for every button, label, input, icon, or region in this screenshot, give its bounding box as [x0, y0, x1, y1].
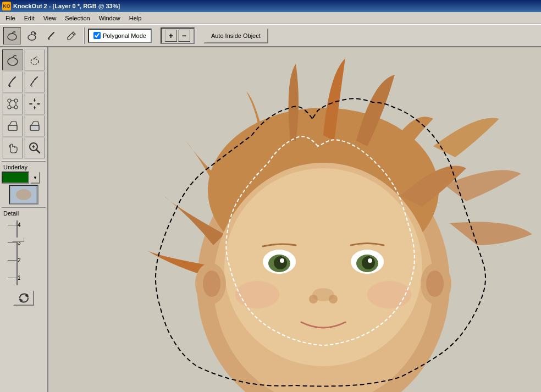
- detail-handle[interactable]: [12, 238, 24, 242]
- svg-point-4: [31, 59, 38, 64]
- toolbar-magnetic-lasso-button[interactable]: [23, 27, 41, 45]
- svg-rect-10: [30, 125, 39, 130]
- svg-point-33: [309, 295, 318, 303]
- canvas-image: [48, 47, 541, 392]
- toolbar-lasso-button[interactable]: [3, 27, 21, 45]
- polygonal-mode-text: Polygonal Mode: [103, 32, 146, 39]
- tool-row-3: [2, 93, 45, 114]
- toolbox-divider-1: [2, 161, 46, 162]
- eraser-button[interactable]: [2, 115, 23, 136]
- hand-button[interactable]: [2, 137, 23, 158]
- svg-point-5: [8, 99, 11, 102]
- svg-point-35: [235, 281, 279, 308]
- svg-point-40: [426, 270, 444, 297]
- inner-brush-button[interactable]: [24, 71, 45, 92]
- menu-item-window[interactable]: Window: [95, 12, 125, 24]
- toolbox: Underlay ▼ Detail 4: [0, 47, 48, 392]
- svg-point-27: [280, 258, 284, 263]
- svg-point-30: [362, 256, 375, 269]
- svg-point-7: [8, 106, 11, 109]
- svg-point-26: [274, 256, 287, 269]
- toolbar-pencil-button[interactable]: [63, 27, 80, 45]
- title-bar: KO KnockOut 2 - [Layer 0 *, RGB @ 33%]: [0, 0, 541, 12]
- toolbox-divider-2: [2, 207, 46, 208]
- outer-brush-button[interactable]: [2, 71, 23, 92]
- color-swatch-row: ▼: [2, 172, 46, 184]
- svg-point-0: [8, 34, 16, 40]
- add-button[interactable]: +: [165, 30, 177, 42]
- window-title: KnockOut 2 - [Layer 0 *, RGB @ 33%]: [13, 3, 120, 9]
- eraser2-button[interactable]: [24, 115, 45, 136]
- outer-lasso-button[interactable]: [2, 49, 23, 70]
- underlay-color-swatch[interactable]: [2, 172, 29, 184]
- svg-point-8: [14, 106, 18, 109]
- tick-1: 1: [8, 275, 21, 281]
- main-area: Underlay ▼ Detail 4: [0, 47, 541, 392]
- menu-item-file[interactable]: File: [1, 12, 20, 24]
- auto-inside-button[interactable]: Auto Inside Object: [203, 28, 268, 43]
- preview-swatch: [9, 185, 38, 205]
- detail-label: Detail: [3, 210, 19, 217]
- canvas-content: [48, 47, 541, 392]
- underlay-dropdown-arrow[interactable]: ▼: [30, 172, 40, 184]
- tool-row-4: [2, 115, 45, 136]
- transform-button[interactable]: [2, 93, 23, 114]
- svg-point-6: [14, 99, 18, 102]
- remove-button[interactable]: −: [178, 30, 190, 42]
- menu-item-selection[interactable]: Selection: [60, 12, 94, 24]
- polygonal-mode-checkbox[interactable]: [93, 32, 101, 39]
- svg-point-13: [16, 189, 31, 200]
- tool-row-5: [2, 137, 45, 158]
- zoom-button[interactable]: [24, 137, 45, 158]
- inner-lasso-button[interactable]: [24, 49, 45, 70]
- pan-button[interactable]: [24, 93, 45, 114]
- toolbar: Polygonal Mode + − Auto Inside Object: [0, 24, 541, 47]
- polygonal-mode-label[interactable]: Polygonal Mode: [88, 29, 152, 43]
- toolbar-brush-button[interactable]: [43, 27, 60, 45]
- reset-button[interactable]: [13, 290, 34, 306]
- app-icon: KO: [2, 2, 11, 10]
- toolbar-separator-1: [84, 27, 85, 44]
- underlay-label: Underlay: [3, 164, 27, 170]
- menu-bar: File Edit View Selection Window Help: [0, 12, 541, 24]
- svg-point-39: [203, 270, 220, 297]
- tool-row-2: [2, 71, 45, 92]
- svg-point-31: [368, 258, 372, 263]
- menu-item-edit[interactable]: Edit: [20, 12, 39, 24]
- tool-row-1: [2, 49, 45, 70]
- detail-scale: 4 3 2 1: [4, 218, 47, 289]
- menu-item-help[interactable]: Help: [125, 12, 146, 24]
- tick-2: 2: [8, 257, 21, 263]
- svg-point-3: [8, 58, 18, 65]
- canvas-area[interactable]: [48, 47, 541, 392]
- svg-rect-9: [8, 125, 17, 130]
- tick-4: 4: [8, 222, 21, 228]
- svg-point-23: [224, 168, 422, 366]
- svg-point-2: [34, 32, 36, 35]
- svg-point-1: [28, 35, 36, 40]
- menu-item-view[interactable]: View: [39, 12, 61, 24]
- add-remove-group: + −: [161, 27, 195, 44]
- svg-point-34: [329, 295, 338, 303]
